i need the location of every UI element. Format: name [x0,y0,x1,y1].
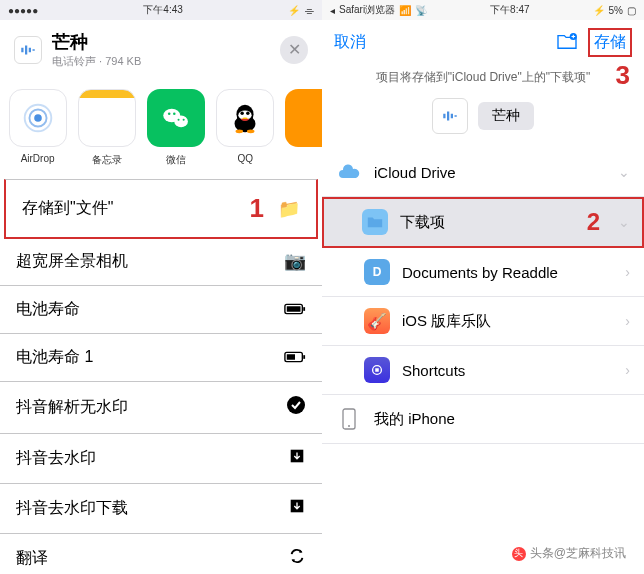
file-title: 芒种 [52,30,270,54]
svg-point-17 [246,112,249,115]
more-icon [285,89,322,147]
battery-half-icon [284,347,306,368]
wechat-icon [147,89,205,147]
battery-life-1-action[interactable]: 电池寿命 1 [0,334,322,382]
notes-share[interactable]: 备忘录 [73,89,140,167]
garageband-item[interactable]: 🎸 iOS 版库乐队 › [322,297,644,346]
download-icon [288,497,306,520]
nav-bar: 取消 存储 [322,20,644,65]
qq-share[interactable]: QQ [212,89,279,167]
chevron-down-icon: ⌄ [618,214,630,230]
file-thumb-icon [432,98,468,134]
status-bar: ◂Safari浏览器📶📡 下午8:47 ⚡5%▢ [322,0,644,20]
douyin-dewm-action[interactable]: 抖音去水印 [0,434,322,484]
file-preview: 芒种 [322,90,644,148]
chevron-right-icon: › [625,362,630,378]
check-icon [286,395,306,420]
new-folder-button[interactable] [556,32,578,54]
notes-icon [78,89,136,147]
chevron-down-icon: ⌄ [618,164,630,180]
more-share[interactable] [281,89,322,167]
save-button[interactable]: 存储 [588,28,632,57]
annotation-3: 3 [616,60,630,91]
refresh-icon [288,547,306,570]
downloads-item[interactable]: 下载项 2 ⌄ [322,197,644,248]
svg-rect-29 [443,114,445,119]
wechat-share[interactable]: 微信 [142,89,209,167]
svg-rect-31 [451,114,453,119]
location-list: iCloud Drive ⌄ 下载项 2 ⌄ D Documents by Re… [322,148,644,444]
cancel-button[interactable]: 取消 [334,32,366,53]
svg-rect-30 [447,112,449,121]
svg-rect-25 [303,355,305,359]
shortcuts-item[interactable]: Shortcuts › [322,346,644,395]
svg-point-9 [168,112,171,115]
svg-point-27 [287,396,305,414]
svg-rect-22 [303,307,305,311]
svg-rect-0 [21,47,23,52]
camera-icon: 📷 [284,250,306,272]
file-icon [14,36,42,64]
save-to-files-action[interactable]: 存储到"文件" 1📁 [4,179,318,239]
svg-point-8 [174,115,188,127]
action-list: 存储到"文件" 1📁 超宽屏全景相机 📷 电池寿命 电池寿命 1 抖音解析无水印… [0,179,322,574]
airdrop-share[interactable]: AirDrop [4,89,71,167]
panorama-camera-action[interactable]: 超宽屏全景相机 📷 [0,237,322,286]
svg-point-16 [241,112,244,115]
svg-point-12 [183,119,185,121]
airdrop-icon [9,89,67,147]
cloud-icon [336,159,362,185]
svg-point-11 [178,119,180,121]
download-icon [288,447,306,470]
svg-rect-32 [455,115,457,117]
doc-icon: D [364,259,390,285]
folder-blue-icon [362,209,388,235]
svg-point-20 [247,129,255,133]
svg-rect-26 [287,354,295,360]
svg-rect-2 [29,47,31,52]
file-name-chip[interactable]: 芒种 [478,102,534,130]
close-button[interactable]: ✕ [280,36,308,64]
svg-point-10 [173,112,176,115]
battery-life-action[interactable]: 电池寿命 [0,286,322,334]
svg-point-19 [236,129,244,133]
share-apps-row: AirDrop 备忘录 微信 QQ [0,79,322,181]
watermark-icon: 头 [512,547,526,561]
share-sheet-screen: ●●●●● 下午4:43 ⚡⌯ 芒种 电话铃声 · 794 KB ✕ AirDr… [0,0,322,574]
file-subtitle: 电话铃声 · 794 KB [52,54,270,69]
shortcuts-icon [364,357,390,383]
svg-rect-23 [287,306,301,312]
svg-point-4 [34,114,42,122]
documents-readdle-item[interactable]: D Documents by Readdle › [322,248,644,297]
battery-icon [284,299,306,320]
svg-rect-3 [33,49,35,51]
svg-point-35 [348,425,350,427]
douyin-dewm-dl-action[interactable]: 抖音去水印下载 [0,484,322,534]
douyin-parse-action[interactable]: 抖音解析无水印 [0,382,322,434]
svg-rect-1 [25,45,27,54]
chevron-right-icon: › [625,264,630,280]
status-bar: ●●●●● 下午4:43 ⚡⌯ [0,0,322,20]
sheet-header: 芒种 电话铃声 · 794 KB ✕ [0,20,322,79]
iphone-icon [336,406,362,432]
icloud-drive-item[interactable]: iCloud Drive ⌄ [322,148,644,197]
qq-icon [216,89,274,147]
save-description: 项目将存储到"iCloud Drive"上的"下载项" [322,65,644,90]
garageband-icon: 🎸 [364,308,390,334]
folder-icon: 📁 [278,198,300,220]
chevron-right-icon: › [625,313,630,329]
svg-rect-33 [375,368,379,372]
my-iphone-item[interactable]: 我的 iPhone [322,395,644,444]
save-location-screen: ◂Safari浏览器📶📡 下午8:47 ⚡5%▢ 取消 存储 项目将存储到"iC… [322,0,644,574]
watermark: 头 头条@芝麻科技讯 [506,543,632,564]
annotation-2: 2 [587,208,600,236]
translate-action[interactable]: 翻译 [0,534,322,574]
